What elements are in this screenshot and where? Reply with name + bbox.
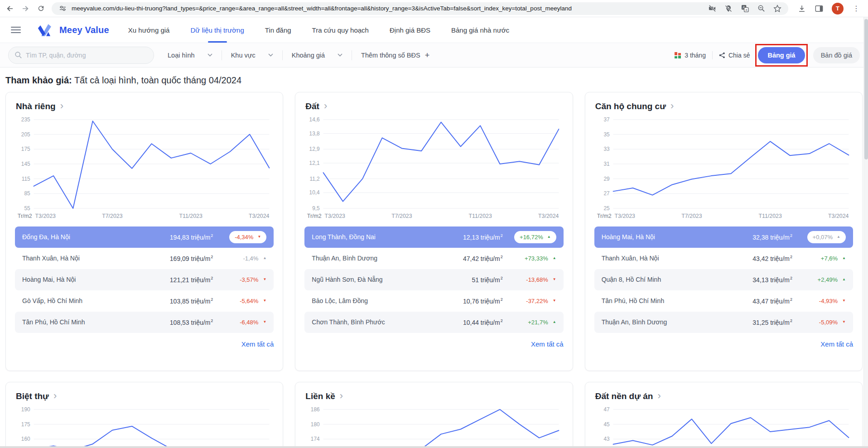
region-row[interactable]: Quận 8, Hồ Chí Minh34,13 triệu/m2+2,49%▲ (594, 269, 853, 290)
bookmark-star-icon[interactable] (773, 4, 782, 13)
arrow-down-icon: ▼ (263, 299, 266, 303)
region-row[interactable]: Gò Vấp, Hồ Chí Minh103,85 triệu/m2-5,64%… (15, 290, 274, 312)
region-row[interactable]: Chơn Thành, Bình Phước10,44 triệu/m2+21,… (304, 312, 563, 333)
card-header-link-nha-rieng[interactable]: Nhà riêng› (16, 101, 63, 111)
region-row[interactable]: Hoàng Mai, Hà Nội121,21 triệu/m2-3,57%▼ (15, 269, 274, 290)
camera-blocked-icon[interactable] (708, 4, 717, 13)
region-row[interactable]: Thanh Xuân, Hà Nội169,09 triệu/m2-1,4%▲ (15, 248, 274, 269)
svg-text:Tr/m2: Tr/m2 (18, 213, 32, 219)
scrollbar-thumb[interactable] (864, 19, 868, 159)
price-trend-chart-dat-nen-du-an[interactable]: 474543Tr/m2 (594, 407, 853, 448)
arrow-up-icon: ▲ (263, 256, 266, 260)
nav-item-1[interactable]: Dữ liệu thị trường (190, 17, 244, 43)
forward-button[interactable] (21, 4, 30, 13)
download-icon[interactable] (797, 4, 806, 13)
region-price: 10,44 triệu/m2 (463, 318, 503, 326)
region-row[interactable]: Tân Phú, Hồ Chí Minh108,53 triệu/m2-6,48… (15, 312, 274, 333)
view-all-link[interactable]: Xem tất cả (594, 340, 853, 348)
view-all-link[interactable]: Xem tất cả (15, 340, 274, 348)
reload-button[interactable] (36, 4, 45, 13)
change-value: +2,49% (818, 276, 838, 283)
price-trend-chart-can-ho-chung-cu[interactable]: 37353331292725Tr/m2T3/2023T7/2023T11/202… (594, 117, 853, 223)
site-settings-icon[interactable] (58, 4, 67, 13)
region-price: 10,76 triệu/m2 (463, 297, 503, 305)
card-header-link-can-ho-chung-cu[interactable]: Căn hộ chung cư› (595, 101, 674, 111)
card-header-link-dat[interactable]: Đất› (305, 101, 327, 111)
change-value: +0,07% (813, 234, 833, 241)
nav-item-2[interactable]: Tin đăng (265, 17, 291, 43)
browser-profile-avatar[interactable]: T (832, 3, 844, 14)
chevron-down-icon (338, 53, 342, 57)
card-header-link-biet-thu[interactable]: Biệt thự› (16, 391, 57, 401)
region-row[interactable]: Đống Đa, Hà Nội194,83 triệu/m2-4,34%▼ (15, 226, 274, 248)
view-all-link[interactable]: Xem tất cả (304, 340, 563, 348)
address-bar[interactable]: meeyvalue.com/du-lieu-thi-truong?land_ty… (52, 2, 788, 15)
price-trend-chart-biet-thu[interactable]: 190175160Tr/m2 (15, 407, 274, 448)
price-map-button[interactable]: Bản đồ giá (813, 47, 860, 63)
svg-text:14,6: 14,6 (309, 117, 320, 123)
price-change-pill: +16,72%▲ (514, 231, 556, 243)
page-title: Tham khảo giá: Tất cả loại hình, toàn qu… (5, 75, 868, 86)
meey-value-logo[interactable]: Meey Value (37, 23, 109, 37)
price-trend-chart-lien-ke[interactable]: 186180174Tr/m2 (304, 407, 563, 448)
share-button[interactable]: Chia sẻ (719, 52, 750, 59)
change-value: -5,64% (240, 298, 258, 304)
card-dat-nen-du-an: Đất nền dự án›474543Tr/m2 (585, 382, 863, 448)
zoom-out-icon[interactable] (757, 4, 766, 13)
price-table-button[interactable]: Bảng giá (758, 47, 805, 63)
filter-dropdown-1[interactable]: Khu vực (222, 50, 283, 60)
price-change: +73,33%▲ (503, 255, 556, 262)
period-selector[interactable]: 3 tháng (675, 52, 706, 59)
price-trend-chart-nha-rieng[interactable]: 2352051751451158555Tr/m2T3/2023T7/2023T1… (15, 117, 274, 223)
svg-text:11,2: 11,2 (310, 176, 320, 182)
side-panel-icon[interactable] (815, 4, 824, 13)
location-blocked-icon[interactable] (724, 4, 733, 13)
price-change: +0,07%▲ (792, 231, 846, 243)
svg-text:27: 27 (603, 190, 609, 197)
browser-menu-icon[interactable]: ⋮ (852, 4, 861, 13)
hamburger-menu-icon[interactable] (11, 27, 21, 33)
change-value: -5,09% (819, 319, 838, 326)
region-name: Quận 8, Hồ Chí Minh (602, 276, 753, 283)
arrow-down-icon: ▼ (553, 278, 556, 281)
app-window: meeyvalue.com/du-lieu-thi-truong?land_ty… (0, 0, 868, 448)
card-header-link-lien-ke[interactable]: Liền kề› (305, 391, 343, 401)
price-change: -13,68%▼ (503, 276, 556, 283)
arrow-up-icon: ▲ (842, 256, 846, 260)
arrow-up-icon: ▲ (837, 235, 840, 239)
arrow-down-icon: ▼ (842, 299, 846, 303)
nav-item-4[interactable]: Định giá BĐS (390, 17, 430, 43)
vertical-scrollbar[interactable] (863, 17, 868, 448)
region-row[interactable]: Long Thành, Đồng Nai12,13 triệu/m2+16,72… (304, 226, 563, 248)
region-row[interactable]: Thuận An, Bình Dương47,42 triệu/m2+73,33… (304, 248, 563, 269)
svg-text:T7/2023: T7/2023 (681, 213, 702, 219)
back-button[interactable] (5, 4, 14, 13)
nav-item-3[interactable]: Tra cứu quy hoạch (312, 17, 369, 43)
region-row[interactable]: Hoàng Mai, Hà Nội32,38 triệu/m2+0,07%▲ (594, 226, 853, 248)
region-row[interactable]: Tân Phú, Hồ Chí Minh43,47 triệu/m2-4,93%… (594, 290, 853, 312)
region-row[interactable]: Bảo Lộc, Lâm Đồng10,76 triệu/m2-37,22%▼ (304, 290, 563, 312)
filter-dropdown-0[interactable]: Loại hình (159, 50, 222, 60)
region-name: Hoàng Mai, Hà Nội (22, 276, 170, 283)
region-name: Gò Vấp, Hồ Chí Minh (22, 297, 170, 304)
price-change: +2,49%▲ (792, 276, 846, 283)
region-row[interactable]: Thuận An, Bình Dương31,25 triệu/m2-5,09%… (594, 312, 853, 333)
card-header-link-dat-nen-du-an[interactable]: Đất nền dự án› (595, 391, 661, 401)
url-text[interactable]: meeyvalue.com/du-lieu-thi-truong?land_ty… (72, 5, 703, 12)
svg-text:180: 180 (311, 421, 320, 428)
nav-item-0[interactable]: Xu hướng giá (128, 17, 170, 43)
price-trend-chart-dat[interactable]: 14,613,812,912,111,210,49,5Tr/m2T3/2023T… (304, 117, 563, 223)
more-params-button[interactable]: Thêm thông số BĐS + (352, 50, 439, 60)
nav-item-5[interactable]: Bảng giá nhà nước (451, 17, 509, 43)
region-row[interactable]: Thanh Xuân, Hà Nội43,42 triệu/m2+7,6%▲ (594, 248, 853, 269)
site-navbar: Meey Value Xu hướng giáDữ liệu thị trườn… (0, 17, 868, 43)
svg-text:T3/2024: T3/2024 (538, 213, 559, 219)
svg-text:160: 160 (21, 436, 30, 442)
filter-dropdown-2[interactable]: Khoảng giá (283, 50, 352, 60)
region-row[interactable]: Ngũ Hành Sơn, Đà Nẵng51 triệu/m2-13,68%▼ (304, 269, 563, 290)
translate-icon[interactable]: Aa (740, 4, 749, 13)
card-can-ho-chung-cu: Căn hộ chung cư›37353331292725Tr/m2T3/20… (585, 92, 863, 371)
region-price: 103,85 triệu/m2 (170, 297, 213, 305)
arrow-down-icon: ▼ (842, 320, 846, 324)
search-input[interactable] (8, 47, 154, 64)
